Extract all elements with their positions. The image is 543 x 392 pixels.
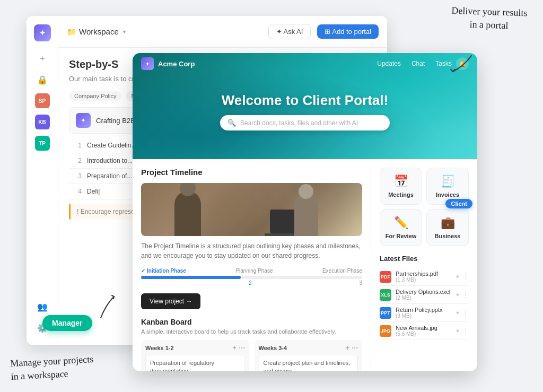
- portal-logo-icon: ✦: [141, 57, 154, 70]
- file-item-3[interactable]: PPT Return Policy.pptx (9 MB) ✦ ⋮: [380, 304, 469, 322]
- phase-2-label: Planning Phase: [235, 268, 273, 274]
- workspace-header: 📁 Workspace ▾ ✦ Ask AI ⊞ Add to portal: [58, 16, 387, 48]
- latest-files-title: Latest Files: [380, 255, 469, 263]
- kanban-card-1[interactable]: Preparation of regulatory documentation.…: [145, 355, 245, 371]
- tag-company-policy[interactable]: Company Policy: [69, 91, 121, 101]
- portal-search-bar[interactable]: 🔍 Search docs, tasks, files and other wi…: [220, 115, 390, 130]
- file-size-3: (9 MB): [396, 313, 451, 319]
- people-icon[interactable]: 👥: [34, 298, 51, 315]
- business-icon: 💼: [441, 216, 455, 230]
- grid-item-business[interactable]: 💼 Business: [426, 209, 469, 246]
- file-name-2: Delivery Options.excl: [396, 289, 451, 295]
- kanban-section: Kanban Board A simple, interactive board…: [141, 318, 362, 371]
- file-actions-4[interactable]: ✦ ⋮: [455, 327, 469, 335]
- kanban-desc: A simple, interactive board to help us t…: [141, 328, 362, 335]
- progress-bar: [141, 276, 362, 279]
- app-logo[interactable]: ✦: [34, 24, 51, 41]
- file-size-4: (5.6 MB): [396, 331, 451, 337]
- file-name-1: Partnerships.pdf: [396, 271, 451, 277]
- workspace-label[interactable]: 📁 Workspace ▾: [67, 27, 126, 36]
- kanban-title: Kanban Board: [141, 318, 362, 326]
- progress-section: ✓ Initiation Phase Planning Phase Execut…: [141, 268, 362, 286]
- meetings-label: Meetings: [388, 191, 414, 198]
- kanban-card-2[interactable]: Create project plan and timelines, and e…: [259, 355, 358, 371]
- ask-ai-button[interactable]: ✦ Ask AI: [268, 24, 311, 39]
- file-actions-3[interactable]: ✦ ⋮: [455, 309, 469, 317]
- business-label: Business: [435, 233, 461, 239]
- file-info-1: Partnerships.pdf (1.3 MB): [396, 271, 451, 283]
- progress-labels: ✓ Initiation Phase Planning Phase Execut…: [141, 268, 362, 274]
- search-placeholder: Search docs, tasks, files and other with…: [240, 119, 358, 127]
- review-label: For Review: [386, 233, 417, 239]
- phase-1-label: ✓ Initiation Phase: [141, 268, 186, 274]
- timeline-section-title: Project Timeline: [141, 168, 362, 177]
- pin-icon[interactable]: ✦: [455, 327, 460, 335]
- file-jpg-icon: JPG: [380, 325, 391, 337]
- portal-banner-title: Welcome to Client Portal!: [222, 92, 388, 109]
- chevron-icon: ▾: [123, 29, 126, 34]
- avatar-tp[interactable]: TP: [35, 136, 50, 151]
- plus-icon[interactable]: +: [346, 344, 349, 352]
- annotation-bottom-left: Manage your projects in a workspace: [10, 353, 94, 384]
- grid-item-for-review[interactable]: ✏️ For Review: [380, 209, 422, 246]
- progress-numbers: 2 3: [141, 280, 362, 286]
- folder-icon: 📁: [67, 28, 76, 36]
- pin-icon[interactable]: ✦: [455, 309, 460, 317]
- more-icon[interactable]: ⋮: [462, 327, 469, 335]
- file-item-1[interactable]: PDF Partnerships.pdf (1.3 MB) ✦ ⋮: [380, 268, 469, 286]
- pin-icon[interactable]: ✦: [455, 291, 460, 299]
- portal-right-column: 📅 Meetings 🧾 Invoices Client ✏️ For Revi…: [371, 159, 477, 371]
- file-size-1: (1.3 MB): [396, 277, 451, 283]
- plus-icon[interactable]: +: [232, 344, 236, 352]
- file-size-2: (2 MB): [396, 295, 451, 301]
- kanban-columns: Weeks 1-2 + ⋯ Preparation of regulatory …: [141, 340, 362, 371]
- portal-left-column: Project Timeline The Project Timeline is…: [133, 159, 371, 371]
- add-to-portal-button[interactable]: ⊞ Add to portal: [317, 24, 379, 39]
- file-name-3: Return Policy.pptx: [396, 307, 451, 313]
- kanban-col-2-actions[interactable]: + ⋯: [346, 344, 358, 352]
- file-actions-2[interactable]: ✦ ⋮: [455, 291, 469, 299]
- file-item-2[interactable]: XLS Delivery Options.excl (2 MB) ✦ ⋮: [380, 286, 469, 304]
- add-icon[interactable]: ＋: [34, 50, 51, 67]
- more-icon[interactable]: ⋮: [462, 273, 469, 281]
- more-icon[interactable]: ⋮: [462, 291, 469, 299]
- checkmark-icon: ✓: [141, 268, 145, 274]
- file-ppt-icon: PPT: [380, 307, 391, 319]
- kanban-col-2-header: Weeks 3-4 + ⋯: [259, 344, 358, 352]
- annotation-top-right: Deliver your results in a portal: [451, 4, 528, 33]
- portal-banner: ✦ Acme Corp Updates Chat Tasks 🔔 Welcome…: [133, 53, 477, 159]
- portal-panel: ✦ Acme Corp Updates Chat Tasks 🔔 Welcome…: [133, 53, 477, 371]
- nav-chat[interactable]: Chat: [411, 60, 425, 67]
- avatar-sp[interactable]: SP: [35, 93, 50, 108]
- invoices-label: Invoices: [436, 191, 459, 198]
- portal-grid: 📅 Meetings 🧾 Invoices Client ✏️ For Revi…: [380, 168, 469, 246]
- kanban-col-1-actions[interactable]: + ⋯: [232, 344, 244, 352]
- file-info-2: Delivery Options.excl (2 MB): [396, 289, 451, 301]
- file-item-4[interactable]: JPG New Arrivals.jpg (5.6 MB) ✦ ⋮: [380, 322, 469, 340]
- more-icon[interactable]: ⋯: [352, 344, 358, 352]
- avatar-kb[interactable]: KB: [35, 115, 50, 129]
- grid-item-meetings[interactable]: 📅 Meetings: [380, 168, 422, 205]
- phase-3-label: Execution Phase: [322, 268, 362, 274]
- grid-item-invoices[interactable]: 🧾 Invoices Client: [426, 168, 469, 205]
- more-icon[interactable]: ⋯: [239, 344, 245, 352]
- client-badge: Client: [445, 199, 472, 208]
- company-name: Acme Corp: [158, 60, 195, 68]
- kanban-col-1-header: Weeks 1-2 + ⋯: [145, 344, 245, 352]
- portal-logo-area: ✦ Acme Corp: [141, 57, 377, 70]
- nav-updates[interactable]: Updates: [377, 60, 401, 67]
- file-actions-1[interactable]: ✦ ⋮: [455, 273, 469, 281]
- task-card-icon: ✦: [76, 113, 91, 128]
- kanban-col-2: Weeks 3-4 + ⋯ Create project plan and ti…: [255, 340, 363, 371]
- pin-icon[interactable]: ✦: [455, 273, 460, 281]
- view-project-button[interactable]: View project →: [141, 293, 200, 309]
- lock-icon[interactable]: 🔒: [34, 71, 51, 88]
- portal-body: Project Timeline The Project Timeline is…: [133, 159, 477, 371]
- review-icon: ✏️: [394, 216, 408, 230]
- arrow-bottom-left: [95, 291, 122, 323]
- phase-3-num: 3: [359, 280, 362, 286]
- more-icon[interactable]: ⋮: [462, 309, 469, 317]
- kanban-col-1: Weeks 1-2 + ⋯ Preparation of regulatory …: [141, 340, 249, 371]
- project-description: The Project Timeline is a structured pla…: [141, 241, 362, 260]
- search-icon: 🔍: [227, 119, 236, 127]
